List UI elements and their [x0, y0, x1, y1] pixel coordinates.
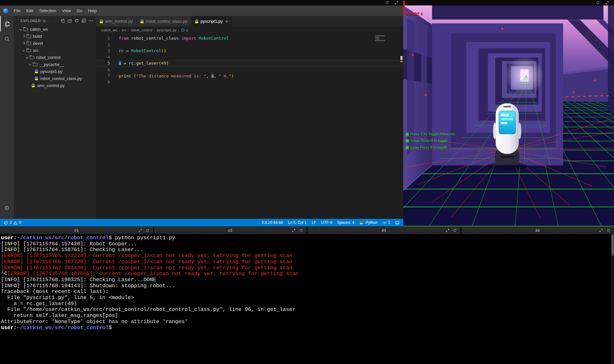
- breadcrumb-item[interactable]: catkin_ws: [101, 28, 117, 32]
- pane-segment-2[interactable]: #2: [154, 226, 308, 234]
- simulation-viewport[interactable]: ROBOT 1 Press Y for Toggle follow-me Son…: [403, 5, 614, 226]
- tree-item-pyscript1.py[interactable]: pyscript1.py: [14, 68, 96, 75]
- code-line-7: 7print ("The distance measured is: ", a,…: [96, 73, 403, 79]
- terminal-line: [ERROR] [1767115766.187720]: Current /co…: [1, 259, 610, 265]
- chevron-icon: [19, 27, 22, 31]
- problems-indicator[interactable]: 0 0: [4, 220, 21, 225]
- hint-laser: Laser Press R to toggle: [406, 146, 447, 149]
- status-ports[interactable]: 1: [382, 220, 390, 225]
- python-file-icon: [99, 20, 103, 23]
- refresh-explorer-icon[interactable]: [75, 19, 79, 23]
- error-icon: [4, 221, 8, 225]
- breadcrumb: catkin_ws›src›robot_control›pyscript1.py…: [96, 27, 403, 34]
- pane-selector-bar: #1 #2 #3 #4: [0, 226, 614, 234]
- reload-quadrant-icon[interactable]: [385, 1, 389, 4]
- terminal-line: [INFO] [1767115768.190325]: Checking Las…: [1, 277, 610, 283]
- breadcrumb-separator: ›: [119, 28, 120, 32]
- status-encoding[interactable]: UTF-8: [321, 220, 332, 225]
- tree-item-devel[interactable]: devel: [14, 40, 96, 47]
- new-folder-icon[interactable]: [67, 19, 72, 23]
- tree-item-src[interactable]: src: [14, 47, 96, 54]
- tree-item-label: src: [33, 48, 38, 53]
- terminal-output[interactable]: user:~/catkin_ws/src/robot_control$ pyth…: [0, 234, 614, 364]
- fullscreen-quadrant-icon[interactable]: [605, 1, 609, 4]
- menu-view[interactable]: View: [59, 5, 74, 16]
- minimap[interactable]: [375, 35, 399, 42]
- pane-label: #2: [228, 228, 232, 233]
- menu-file[interactable]: File: [11, 5, 23, 16]
- collapse-folders-icon[interactable]: [82, 19, 86, 23]
- terminal-line: user:~/catkin_ws/src/robot_control$: [1, 325, 610, 331]
- fullscreen-pane-icon[interactable]: [446, 229, 449, 232]
- code-line-2: 2: [96, 42, 403, 48]
- app-logo-icon[interactable]: [3, 8, 8, 13]
- panel-toggle-button[interactable]: [395, 221, 399, 225]
- close-icon[interactable]: ×: [225, 19, 228, 24]
- reload-pane-icon[interactable]: [453, 229, 457, 232]
- code-editor[interactable]: 1from robot_control_class import RobotCo…: [96, 34, 403, 219]
- explorer-activity-button[interactable]: [0, 16, 14, 31]
- pane-segment-1[interactable]: #1: [0, 226, 154, 234]
- error-count: 0: [10, 220, 12, 225]
- status-bar: 0 0 3.8.10 64-bit Ln 5, Col 1 LF UTF-8 S…: [0, 219, 403, 226]
- python-file-icon: [140, 20, 144, 23]
- line-number: 1: [96, 35, 110, 42]
- breadcrumb-item[interactable]: pyscript1.py: [157, 28, 177, 32]
- menu-help[interactable]: Help: [85, 5, 99, 16]
- fullscreen-pane-icon[interactable]: [599, 229, 603, 232]
- explorer-header: EXPLORER: U... ···: [14, 16, 96, 26]
- new-file-icon[interactable]: [60, 19, 65, 23]
- breadcrumb-symbol[interactable]: a: [181, 28, 188, 32]
- tree-item-robot_control_class.py[interactable]: robot_control_class.py: [14, 75, 96, 82]
- terminal-scrollbar[interactable]: [611, 234, 614, 364]
- hint-square-icon: [406, 139, 409, 142]
- menu-go[interactable]: Go: [74, 5, 85, 16]
- reload-quadrant-icon[interactable]: [596, 1, 600, 4]
- settings-button[interactable]: [0, 200, 14, 216]
- pane-label: #4: [535, 228, 539, 233]
- status-eol[interactable]: LF: [312, 220, 316, 225]
- tree-item-arm_control.py[interactable]: arm_control.py: [14, 82, 96, 89]
- breadcrumb-item[interactable]: src: [122, 28, 126, 32]
- fullscreen-quadrant-icon[interactable]: [395, 1, 398, 4]
- activity-bar: [0, 16, 14, 219]
- status-indentation[interactable]: Spaces: 4: [337, 220, 354, 225]
- scrollbar-thumb[interactable]: [611, 235, 614, 255]
- pane-segment-4[interactable]: #4: [461, 226, 614, 234]
- chevron-icon: [28, 62, 32, 66]
- status-cursor-position[interactable]: Ln 5, Col 1: [288, 220, 307, 225]
- tab-robot-control-class[interactable]: robot_control_class.py: [137, 16, 191, 27]
- search-activity-button[interactable]: [0, 31, 14, 47]
- breadcrumb-separator: ›: [178, 28, 179, 32]
- python-file-icon: [31, 83, 35, 87]
- terminal-line: [ERROR] [1767115765.172224]: Current /co…: [1, 253, 610, 259]
- explorer-toolbar: ···: [60, 19, 93, 23]
- tree-item-catkin_ws[interactable]: catkin_ws: [14, 26, 96, 33]
- pane-segment-3[interactable]: #3: [307, 226, 461, 234]
- reload-pane-icon[interactable]: [299, 229, 303, 232]
- terminal-line: AttributeError: 'NoneType' object has no…: [1, 319, 610, 325]
- explorer-sidebar: EXPLORER: U... ··· catkin_wsbuilddevelsr…: [14, 16, 96, 219]
- robot-flag-marker: [403, 1, 405, 14]
- breadcrumb-item[interactable]: robot_control: [131, 28, 153, 32]
- line-number: 6: [96, 67, 110, 73]
- tab-arm-control[interactable]: arm_control.py: [96, 16, 137, 27]
- status-python-interpreter[interactable]: 3.8.10 64-bit: [262, 220, 283, 225]
- reload-pane-icon[interactable]: [607, 229, 610, 232]
- tree-item-build[interactable]: build: [14, 33, 96, 40]
- menu-edit[interactable]: Edit: [23, 5, 36, 16]
- file-tree: catkin_wsbuilddevelsrcrobot_control__pyc…: [14, 26, 96, 89]
- fullscreen-pane-icon[interactable]: [292, 229, 295, 232]
- tree-item-label: robot_control_class.py: [40, 76, 82, 81]
- status-language-mode[interactable]: Python: [359, 220, 377, 225]
- desktop: FileEditSelectionViewGoHelp EXPLORER: U.…: [0, 0, 614, 364]
- tree-item-robot_control[interactable]: robot_control: [14, 54, 96, 61]
- fullscreen-pane-icon[interactable]: [138, 229, 142, 232]
- reload-pane-icon[interactable]: [146, 229, 149, 232]
- tree-item-__pycache__[interactable]: __pycache__: [14, 61, 96, 68]
- chevron-icon: [22, 41, 26, 45]
- more-actions-icon[interactable]: ···: [89, 19, 93, 22]
- menu-selection[interactable]: Selection: [36, 5, 59, 16]
- tab-pyscript1[interactable]: pyscript1.py ×: [191, 16, 232, 27]
- tree-item-label: devel: [33, 41, 43, 46]
